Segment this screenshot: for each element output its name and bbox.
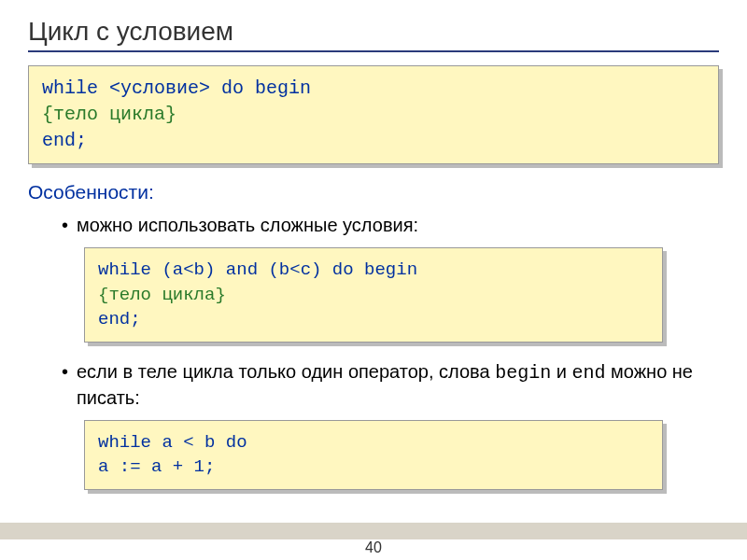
syntax-code-box: while <условие> do begin {тело цикла} en… [28, 65, 719, 164]
code-inline: begin [495, 362, 551, 384]
title-underline [28, 50, 719, 52]
example2-code-box: while a < b do a := a + 1; [84, 420, 663, 490]
features-heading: Особенности: [28, 181, 719, 203]
code-line: {тело цикла} [42, 102, 705, 128]
code-inline: end [571, 362, 605, 384]
code-line: while <условие> do begin [42, 76, 705, 102]
code-line: end; [98, 307, 649, 332]
footer-band [0, 523, 747, 539]
bullet-item: можно использовать сложные условия: [62, 213, 719, 238]
code-line: while a < b do [98, 430, 649, 455]
code-text: do begin [210, 77, 311, 99]
example1-code-box: while (a<b) and (b<c) do begin {тело цик… [84, 247, 663, 343]
bullet-text: и [551, 361, 571, 382]
slide-title: Цикл с условием [28, 17, 719, 47]
bullet-item: если в теле цикла только один оператор, … [62, 359, 719, 411]
code-line: end; [42, 128, 705, 154]
code-condition: <условие> [109, 77, 210, 99]
code-text: while [42, 77, 109, 99]
slide-number: 40 [365, 539, 382, 556]
slide-content: Цикл с условием while <условие> do begin… [0, 0, 747, 490]
code-line: a := a + 1; [98, 455, 649, 480]
code-line: {тело цикла} [98, 283, 649, 308]
bullet-text: если в теле цикла только один оператор, … [77, 361, 495, 382]
code-line: while (a<b) and (b<c) do begin [98, 258, 649, 283]
